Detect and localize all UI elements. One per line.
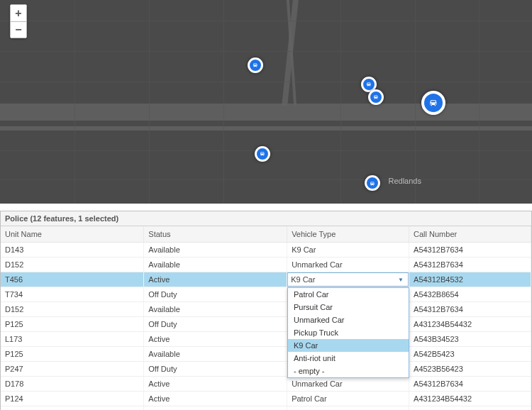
table-row[interactable]: D152AvailableUnmarked CarA54312B7634 bbox=[1, 257, 531, 272]
column-header-unit[interactable]: Unit Name bbox=[1, 226, 144, 243]
cell-unit[interactable]: D152 bbox=[1, 257, 144, 272]
unit-marker[interactable] bbox=[365, 175, 380, 191]
police-table[interactable]: Unit Name Status Vehicle Type Call Numbe… bbox=[1, 226, 531, 410]
cell-unit[interactable]: D143 bbox=[1, 243, 144, 257]
cell-vehicle[interactable]: Patrol Car bbox=[287, 392, 409, 406]
cell-unit[interactable]: P125 bbox=[1, 347, 144, 362]
cell-vehicle[interactable]: K9 Car▼ bbox=[287, 272, 409, 287]
table-row[interactable]: P124ActivePatrol CarA431234B54432 bbox=[1, 392, 531, 406]
map-place-label: Redlands bbox=[389, 177, 421, 185]
unit-marker[interactable] bbox=[255, 146, 270, 162]
map-canvas[interactable]: + − Redlands bbox=[0, 0, 532, 204]
dropdown-option[interactable]: Unmarked Car bbox=[288, 314, 409, 326]
cell-call[interactable]: A54312B4532 bbox=[409, 272, 531, 287]
cell-call[interactable]: A54312B7634 bbox=[409, 377, 531, 392]
cell-status[interactable]: Available bbox=[144, 257, 287, 272]
cell-call[interactable]: A54312B7634 bbox=[409, 257, 531, 272]
cell-call[interactable]: A5432B8654 bbox=[409, 287, 531, 302]
table-row[interactable]: L173ActivePickup TruckA543B34523 bbox=[1, 406, 531, 411]
cell-vehicle[interactable]: Pickup Truck bbox=[287, 406, 409, 411]
zoom-controls: + − bbox=[10, 4, 27, 38]
cell-unit[interactable]: P247 bbox=[1, 362, 144, 377]
dropdown-option[interactable]: Anti-riot unit bbox=[288, 352, 409, 365]
cell-unit[interactable]: P124 bbox=[1, 392, 144, 406]
chevron-down-icon: ▼ bbox=[397, 275, 405, 284]
cell-status[interactable]: Active bbox=[144, 392, 287, 406]
car-icon bbox=[372, 94, 379, 101]
cell-status[interactable]: Active bbox=[144, 406, 287, 411]
table-panel: Police (12 features, 1 selected) Unit Na… bbox=[0, 211, 532, 410]
map-basemap bbox=[0, 0, 532, 204]
vehicle-type-dropdown[interactable]: Patrol CarPursuit CarUnmarked CarPickup … bbox=[287, 287, 409, 378]
car-icon bbox=[365, 81, 372, 88]
unit-marker[interactable] bbox=[421, 91, 445, 115]
car-icon bbox=[259, 150, 266, 157]
cell-unit[interactable]: T734 bbox=[1, 287, 144, 302]
cell-call[interactable]: A543B34523 bbox=[409, 406, 531, 411]
cell-status[interactable]: Off Duty bbox=[144, 287, 287, 302]
cell-call[interactable]: A54312B7634 bbox=[409, 243, 531, 257]
dropdown-option[interactable]: Pickup Truck bbox=[288, 326, 409, 339]
table-row[interactable]: D152AvailableA54312B7634 bbox=[1, 302, 531, 317]
cell-unit[interactable]: L173 bbox=[1, 332, 144, 347]
cell-unit[interactable]: P125 bbox=[1, 317, 144, 332]
cell-status[interactable]: Active bbox=[144, 272, 287, 287]
car-icon bbox=[369, 180, 376, 187]
car-icon bbox=[252, 62, 259, 69]
cell-unit[interactable]: D178 bbox=[1, 377, 144, 392]
dropdown-option[interactable]: Patrol Car bbox=[288, 288, 409, 301]
table-row[interactable]: D143AvailableK9 CarA54312B7634 bbox=[1, 243, 531, 257]
cell-call[interactable]: A542B5423 bbox=[409, 347, 531, 362]
cell-status[interactable]: Active bbox=[144, 377, 287, 392]
column-header-vehicle[interactable]: Vehicle Type bbox=[287, 226, 409, 243]
column-header-call[interactable]: Call Number bbox=[409, 226, 531, 243]
dropdown-option[interactable]: K9 Car bbox=[288, 339, 409, 352]
cell-status[interactable]: Available bbox=[144, 243, 287, 257]
cell-call[interactable]: A543B34523 bbox=[409, 332, 531, 347]
vehicle-type-select[interactable]: K9 Car▼ bbox=[287, 272, 409, 287]
table-row[interactable]: L173ActiveA543B34523 bbox=[1, 332, 531, 347]
table-row[interactable]: P125AvailableA542B5423 bbox=[1, 347, 531, 362]
cell-unit[interactable]: L173 bbox=[1, 406, 144, 411]
column-header-status[interactable]: Status bbox=[144, 226, 287, 243]
table-row[interactable]: P125Off DutyA431234B54432 bbox=[1, 317, 531, 332]
select-value: K9 Car bbox=[291, 275, 315, 284]
cell-call[interactable]: A4523B56423 bbox=[409, 362, 531, 377]
table-caption: Police (12 features, 1 selected) bbox=[1, 211, 531, 226]
cell-vehicle[interactable]: Unmarked Car bbox=[287, 257, 409, 272]
cell-status[interactable]: Active bbox=[144, 332, 287, 347]
cell-vehicle[interactable]: Unmarked Car bbox=[287, 377, 409, 392]
cell-vehicle[interactable]: K9 Car bbox=[287, 243, 409, 257]
cell-unit[interactable]: D152 bbox=[1, 302, 144, 317]
cell-status[interactable]: Off Duty bbox=[144, 317, 287, 332]
cell-status[interactable]: Off Duty bbox=[144, 362, 287, 377]
zoom-out-button[interactable]: − bbox=[10, 21, 27, 38]
cell-call[interactable]: A431234B54432 bbox=[409, 317, 531, 332]
cell-unit[interactable]: T456 bbox=[1, 272, 144, 287]
unit-marker[interactable] bbox=[368, 89, 384, 105]
zoom-in-button[interactable]: + bbox=[10, 4, 27, 21]
dropdown-option[interactable]: - empty - bbox=[288, 365, 409, 377]
table-row[interactable]: P247Off DutyA4523B56423 bbox=[1, 362, 531, 377]
car-icon bbox=[428, 97, 439, 109]
table-row[interactable]: D178ActiveUnmarked CarA54312B7634 bbox=[1, 377, 531, 392]
cell-call[interactable]: A431234B54432 bbox=[409, 392, 531, 406]
table-row[interactable]: T734Off DutyA5432B8654 bbox=[1, 287, 531, 302]
cell-call[interactable]: A54312B7634 bbox=[409, 302, 531, 317]
cell-status[interactable]: Available bbox=[144, 302, 287, 317]
table-row[interactable]: T456ActiveK9 Car▼A54312B4532 bbox=[1, 272, 531, 287]
unit-marker[interactable] bbox=[248, 57, 263, 73]
cell-status[interactable]: Available bbox=[144, 347, 287, 362]
dropdown-option[interactable]: Pursuit Car bbox=[288, 301, 409, 314]
